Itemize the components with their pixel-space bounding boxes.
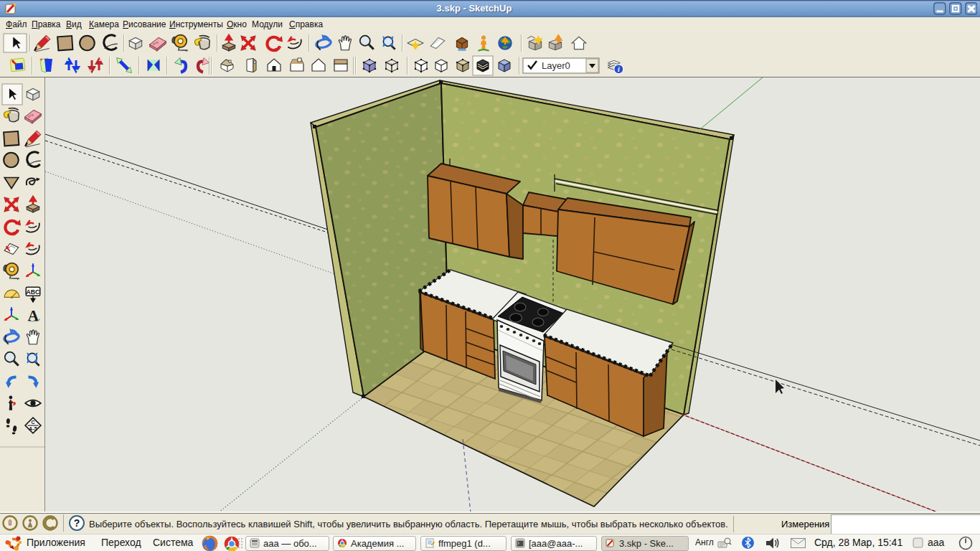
svg-text:Layer0: Layer0 — [542, 60, 570, 71]
svg-text:?: ? — [74, 517, 80, 529]
